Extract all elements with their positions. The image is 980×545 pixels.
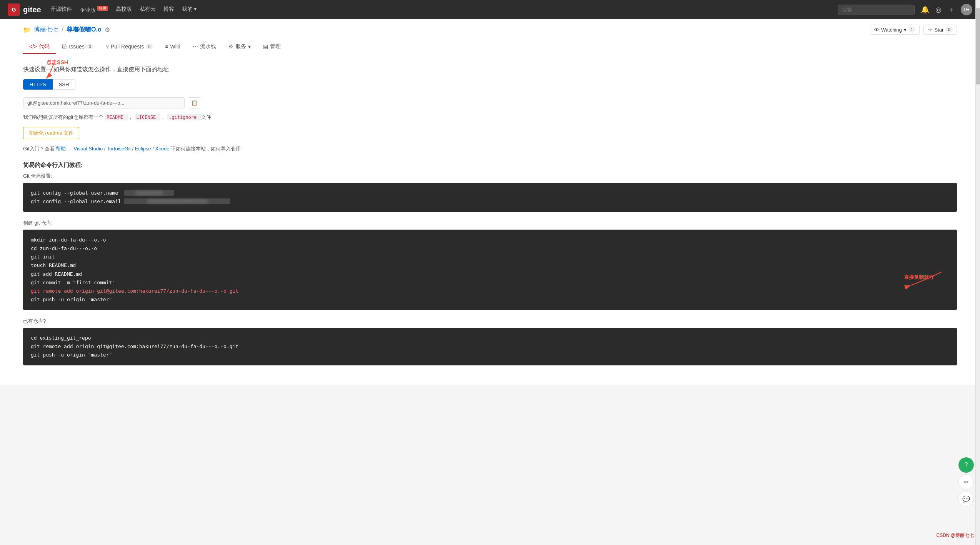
issues-icon: ☑ bbox=[62, 43, 67, 50]
nav-link-mine[interactable]: 我的 ▾ bbox=[182, 6, 197, 14]
scrollbar-thumb[interactable] bbox=[976, 8, 980, 85]
tab-issues[interactable]: ☑ Issues 0 bbox=[56, 40, 100, 54]
repo-title: 📁 博丽七七 / 尊嘟假嘟O.o ⚙ bbox=[23, 26, 110, 34]
tab-services[interactable]: ⚙ 服务 ▾ bbox=[222, 40, 257, 54]
eclipse-link[interactable]: Eclipse bbox=[135, 146, 151, 152]
bell-icon[interactable]: 🔔 bbox=[921, 5, 929, 14]
logo-icon: G bbox=[8, 3, 20, 16]
license-code: LICENSE bbox=[135, 114, 161, 120]
copy-icon: 📋 bbox=[191, 100, 198, 106]
pr-badge: 0 bbox=[146, 44, 153, 49]
services-icon: ⚙ bbox=[228, 43, 233, 50]
nav-link-enterprise[interactable]: 企业版 特惠 bbox=[80, 6, 108, 14]
gitignore-code: .gitignore bbox=[167, 114, 201, 120]
quick-setup-title: 快速设置— 如果你知道该怎么操作，直接使用下面的地址 bbox=[23, 66, 957, 73]
existing-repo-code: cd existing_git_repo git remote add orig… bbox=[23, 328, 957, 365]
nav-link-private[interactable]: 私有云 bbox=[140, 6, 156, 14]
tab-wiki[interactable]: ≡ Wiki bbox=[159, 40, 187, 54]
existing-repo-label: 已有仓库? bbox=[23, 318, 957, 325]
wiki-icon: ≡ bbox=[165, 43, 168, 50]
git-help-text: Git入门？查看 帮助 ， Visual Studio / TortoiseGi… bbox=[23, 145, 957, 152]
repo-header: 📁 博丽七七 / 尊嘟假嘟O.o ⚙ 👁 Watching ▾ 1 ☆ Star… bbox=[0, 19, 980, 54]
tab-manage[interactable]: ▤ 管理 bbox=[257, 40, 287, 54]
star-count: 0 bbox=[945, 27, 953, 33]
tab-pullrequests[interactable]: ⑂ Pull Requests 0 bbox=[100, 40, 159, 54]
manage-icon: ▤ bbox=[263, 43, 268, 50]
repo-title-row: 📁 博丽七七 / 尊嘟假嘟O.o ⚙ 👁 Watching ▾ 1 ☆ Star… bbox=[23, 25, 957, 35]
csdn-watermark: CSDN @博丽七七 bbox=[936, 532, 974, 539]
recommend-text: 我们强烈建议所有的git仓库都有一个 README ， LICENSE ， .g… bbox=[23, 114, 957, 121]
code-icon: </> bbox=[29, 43, 37, 50]
https-tab[interactable]: HTTPS bbox=[23, 79, 53, 90]
nav-link-opensource[interactable]: 开源软件 bbox=[50, 6, 72, 14]
tortoisegit-link[interactable]: TortoiseGit bbox=[107, 146, 131, 152]
url-field-row: 📋 bbox=[23, 97, 957, 108]
enterprise-badge: 特惠 bbox=[97, 6, 108, 11]
url-tabs: HTTPS SSH bbox=[23, 79, 75, 90]
global-config-label: Git 全局设置: bbox=[23, 173, 957, 180]
tab-pipeline[interactable]: ⋯ 流水线 bbox=[187, 40, 222, 54]
blurred-email: XXXXXXXXXXXXXXXXXXXX bbox=[124, 198, 231, 204]
repo-folder-icon: 📁 bbox=[23, 26, 31, 33]
help-link[interactable]: 帮助 bbox=[56, 146, 66, 152]
repo-actions: 👁 Watching ▾ 1 ☆ Star 0 bbox=[870, 25, 957, 35]
search-input[interactable] bbox=[838, 5, 915, 15]
tutorial-section: 简易的命令行入门教程: Git 全局设置: git config --globa… bbox=[23, 162, 957, 365]
nav-link-blog[interactable]: 博客 bbox=[163, 6, 174, 14]
plus-icon[interactable]: ＋ bbox=[948, 5, 955, 14]
logo-text: gitee bbox=[23, 5, 41, 14]
ssh-tab[interactable]: SSH bbox=[53, 79, 76, 90]
location-icon[interactable]: ◎ bbox=[935, 5, 942, 14]
quick-setup-section: 快速设置— 如果你知道该怎么操作，直接使用下面的地址 点击SSH bbox=[23, 66, 957, 152]
scrollbar[interactable] bbox=[975, 0, 980, 545]
repo-url-input[interactable] bbox=[23, 97, 185, 108]
logo[interactable]: G gitee bbox=[8, 3, 41, 16]
chat-float-button[interactable]: 💬 bbox=[958, 491, 974, 507]
global-config-code: git config --global user.name XXXXXXXXX … bbox=[23, 183, 957, 212]
top-navigation: G gitee 开源软件 企业版 特惠 高校版 私有云 博客 我的 ▾ 🔔 ◎ … bbox=[0, 0, 980, 19]
star-button[interactable]: ☆ Star 0 bbox=[923, 25, 957, 35]
nav-link-university[interactable]: 高校版 bbox=[116, 6, 132, 14]
main-content: 快速设置— 如果你知道该怎么操作，直接使用下面的地址 点击SSH bbox=[0, 54, 980, 385]
copy-url-button[interactable]: 📋 bbox=[188, 97, 201, 108]
help-float-button[interactable]: ? bbox=[958, 457, 974, 473]
watching-button[interactable]: 👁 Watching ▾ 1 bbox=[870, 25, 920, 35]
nav-right: 🔔 ◎ ＋ U▾ bbox=[838, 4, 972, 15]
xcode-link[interactable]: Xcode bbox=[155, 146, 170, 152]
eye-icon: 👁 bbox=[874, 27, 879, 33]
create-repo-label: 创建 git 仓库: bbox=[23, 220, 957, 227]
pr-icon: ⑂ bbox=[106, 43, 109, 50]
issues-badge: 0 bbox=[87, 44, 93, 49]
repo-settings-icon[interactable]: ⚙ bbox=[105, 26, 110, 33]
repo-owner-link[interactable]: 博丽七七 bbox=[34, 26, 58, 34]
tutorial-title: 简易的命令行入门教程: bbox=[23, 162, 957, 169]
nav-links: 开源软件 企业版 特惠 高校版 私有云 博客 我的 ▾ bbox=[50, 6, 828, 14]
pipeline-icon: ⋯ bbox=[193, 43, 198, 50]
avatar[interactable]: U▾ bbox=[961, 4, 972, 15]
blurred-name: XXXXXXXXX bbox=[124, 190, 174, 196]
watching-count: 1 bbox=[908, 27, 916, 33]
create-repo-section: mkdir zun-du-fa-du---o.-o cd zun-du-fa-d… bbox=[23, 230, 957, 310]
edit-float-button[interactable]: ✏ bbox=[958, 474, 974, 490]
tab-code[interactable]: </> 代码 bbox=[23, 40, 56, 54]
star-icon: ☆ bbox=[928, 27, 932, 33]
float-buttons: ? ✏ 💬 bbox=[958, 457, 974, 507]
watching-dropdown-icon: ▾ bbox=[904, 27, 907, 33]
repo-tabs: </> 代码 ☑ Issues 0 ⑂ Pull Requests 0 ≡ Wi… bbox=[23, 40, 957, 54]
init-readme-button[interactable]: 初始化 readme 文件 bbox=[23, 127, 79, 139]
ssh-annotation-label: 点击SSH bbox=[46, 59, 68, 66]
url-tabs-container: 点击SSH HTTPS SSH bbox=[23, 79, 75, 93]
vs-link[interactable]: Visual Studio bbox=[73, 146, 103, 152]
repo-name-link[interactable]: 尊嘟假嘟O.o bbox=[67, 26, 102, 34]
readme-code: README bbox=[105, 114, 128, 120]
create-repo-code: mkdir zun-du-fa-du---o.-o cd zun-du-fa-d… bbox=[23, 230, 957, 310]
